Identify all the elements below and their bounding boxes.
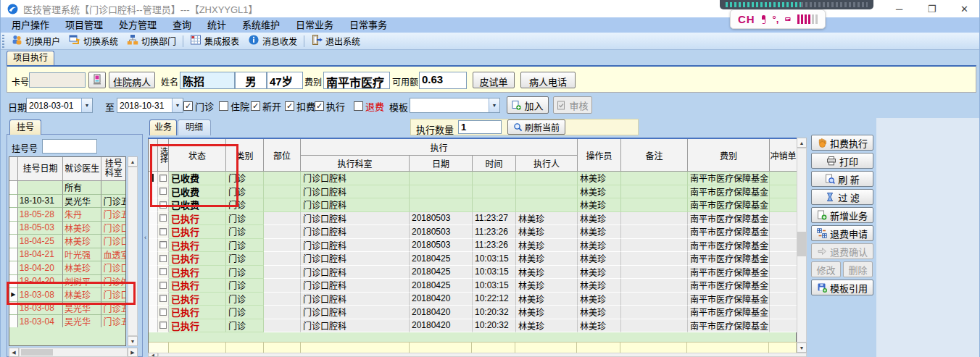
registration-row[interactable]: ▶18-03-08林美珍门诊口腔 xyxy=(9,288,125,302)
row-checkbox[interactable] xyxy=(159,322,167,329)
panel-splitter[interactable]: ‹ xyxy=(143,118,148,357)
action-button-4[interactable]: 新增业务 xyxy=(811,207,873,223)
business-hscrollbar[interactable]: ◀ xyxy=(148,353,807,357)
patient-phone-button[interactable]: 病人电话 xyxy=(520,72,576,88)
checkbox-box[interactable]: ✓ xyxy=(285,101,294,111)
scroll-down-icon[interactable]: ▼ xyxy=(128,336,138,346)
skin-test-button[interactable]: 皮试单 xyxy=(473,72,515,88)
card-reader-button[interactable] xyxy=(88,72,106,88)
template-dropdown[interactable]: ▼ xyxy=(410,98,500,113)
row-checkbox[interactable] xyxy=(159,268,167,275)
business-row[interactable]: 已执行门诊门诊口腔科2018050311:23:27林美珍林美珍南平市医疗保障基… xyxy=(148,212,807,226)
registration-vscrollbar[interactable]: ▲ ▼ xyxy=(128,156,138,346)
registration-row[interactable]: 所有 xyxy=(9,181,125,195)
business-row[interactable]: 已执行门诊门诊口腔科2018050311:23:26林美珍林美珍南平市医疗保障基… xyxy=(148,239,807,253)
scroll-down-icon[interactable]: ▼ xyxy=(797,343,807,353)
inpatient-button[interactable]: 住院病人 xyxy=(109,72,155,88)
menu-item-6[interactable]: 日常业务 xyxy=(288,17,341,33)
audit-button[interactable]: 审核 xyxy=(553,96,592,114)
business-row[interactable]: 已执行门诊门诊口腔科2018042510:03:15林美珍林美珍南平市医疗保障基… xyxy=(148,252,807,266)
ime-toolbar-icon[interactable] xyxy=(797,14,818,24)
business-row[interactable]: 已收费门诊门诊口腔科林美珍南平市医疗保障基金 xyxy=(148,172,807,185)
restore-button[interactable]: ❐ xyxy=(915,4,948,14)
business-row[interactable]: 已执行门诊门诊口腔科2018042510:03:15林美珍林美珍南平市医疗保障基… xyxy=(148,266,807,280)
exec-qty-input[interactable]: 1 xyxy=(458,120,502,134)
cell-select[interactable] xyxy=(158,198,169,212)
action-button-0[interactable]: 扣费执行 xyxy=(811,135,873,151)
refresh-current-button[interactable]: 刷新当前 xyxy=(507,119,565,135)
business-row[interactable]: 已执行门诊门诊口腔科2018042010:20:32林美珍林美珍南平市医疗保障基… xyxy=(148,306,807,319)
patient-name-field[interactable]: 陈招 xyxy=(180,72,235,89)
scroll-left-icon[interactable]: ◀ xyxy=(148,353,158,357)
checkbox-新开[interactable]: ✓新开 xyxy=(251,99,281,113)
scroll-up-icon[interactable]: ▲ xyxy=(797,138,807,148)
row-checkbox[interactable] xyxy=(159,308,167,316)
cell-select[interactable] xyxy=(158,225,169,239)
card-no-input[interactable] xyxy=(29,72,86,88)
row-checkbox[interactable] xyxy=(159,228,167,235)
checkbox-box[interactable]: ✓ xyxy=(251,101,260,111)
business-row[interactable]: 已收费门诊门诊口腔科林美珍南平市医疗保障基金 xyxy=(148,198,807,212)
row-checkbox[interactable] xyxy=(159,255,167,262)
action-button-8[interactable]: 删除 xyxy=(843,261,873,277)
row-checkbox[interactable] xyxy=(159,241,167,248)
checkbox-扣费[interactable]: ✓扣费 xyxy=(285,99,315,113)
tab-business[interactable]: 业务 xyxy=(149,119,177,135)
scroll-thumb[interactable] xyxy=(21,349,53,356)
registration-row[interactable]: 18-04-25林美珍门诊口腔 xyxy=(9,235,125,248)
tab-project-execution[interactable]: 项目执行 xyxy=(7,51,54,65)
tab-registration[interactable]: 挂号 xyxy=(9,119,41,135)
scroll-left-icon[interactable]: ◀ xyxy=(9,348,19,357)
row-checkbox[interactable] xyxy=(159,175,167,182)
business-row[interactable]: 已执行门诊门诊口腔科2018042010:20:32林美珍林美珍南平市医疗保障基… xyxy=(148,319,807,333)
scroll-up-icon[interactable]: ▲ xyxy=(128,156,138,167)
menu-item-3[interactable]: 查询 xyxy=(165,17,199,33)
ime-punctuation-icon[interactable]: °, xyxy=(772,14,778,25)
toolbar-item-2[interactable]: 切换部门 xyxy=(122,33,180,49)
chevron-down-icon[interactable]: ▼ xyxy=(81,98,92,112)
registration-row[interactable]: 18-05-03林美珍门诊口腔 xyxy=(9,222,125,235)
menu-item-4[interactable]: 统计 xyxy=(199,17,234,33)
toolbar-item-0[interactable]: 切换用户 xyxy=(7,33,65,49)
cell-select[interactable] xyxy=(158,319,169,333)
registration-row[interactable]: 18-10-31吴光华门诊五官 xyxy=(9,195,125,209)
action-button-1[interactable]: 打印 xyxy=(811,153,873,169)
cell-select[interactable] xyxy=(158,252,169,266)
registration-hscrollbar[interactable]: ◀ ▶ xyxy=(9,348,138,357)
chevron-down-icon[interactable]: ▼ xyxy=(172,98,183,112)
action-button-9[interactable]: 模板引用 xyxy=(811,280,873,295)
cell-select[interactable] xyxy=(158,279,169,293)
row-checkbox[interactable] xyxy=(159,188,167,195)
action-button-2[interactable]: 刷 新 xyxy=(811,171,873,187)
registration-row[interactable]: 18-05-28朱丹门诊五官 xyxy=(9,208,125,222)
minimize-button[interactable]: ─ xyxy=(883,4,915,14)
cell-select[interactable] xyxy=(158,172,169,185)
scroll-right-icon[interactable]: ▶ xyxy=(128,348,138,357)
ime-keyboard-icon[interactable] xyxy=(785,15,791,23)
menu-item-1[interactable]: 项目管理 xyxy=(57,17,111,33)
row-checkbox[interactable] xyxy=(159,282,167,289)
toolbar-item-3[interactable]: 集成报表 xyxy=(186,33,244,49)
action-button-7[interactable]: 修改 xyxy=(811,261,841,277)
checkbox-退费[interactable]: 退费 xyxy=(354,99,384,113)
cell-select[interactable] xyxy=(158,306,169,319)
add-button[interactable]: 加入 xyxy=(507,96,549,114)
checkbox-执行[interactable]: ✓执行 xyxy=(315,99,345,113)
cell-select[interactable] xyxy=(158,185,169,199)
business-row[interactable]: 已收费门诊门诊口腔科林美珍南平市医疗保障基金 xyxy=(148,185,807,199)
date-from-dropdown[interactable]: 2018-03-01 ▼ xyxy=(26,98,93,113)
cell-select[interactable] xyxy=(158,212,169,226)
menu-item-5[interactable]: 系统维护 xyxy=(234,17,288,33)
registration-row[interactable]: 18-03-04吴光华门诊五官 xyxy=(9,315,125,329)
cell-select[interactable] xyxy=(158,293,169,306)
tab-detail[interactable]: 明细 xyxy=(178,119,211,135)
checkbox-box[interactable]: ✓ xyxy=(315,101,324,111)
menu-item-0[interactable]: 用户操作 xyxy=(4,17,57,33)
business-row[interactable]: 已执行门诊门诊口腔科2018050311:23:26林美珍林美珍南平市医疗保障基… xyxy=(148,225,807,239)
ime-lang-indicator[interactable]: CH xyxy=(738,13,755,25)
row-checkbox[interactable] xyxy=(159,214,167,222)
checkbox-住院[interactable]: 住院 xyxy=(219,99,249,113)
close-button[interactable]: ✕ xyxy=(948,4,980,14)
action-button-6[interactable]: 退费确认 xyxy=(811,243,873,259)
cell-select[interactable] xyxy=(158,239,169,253)
